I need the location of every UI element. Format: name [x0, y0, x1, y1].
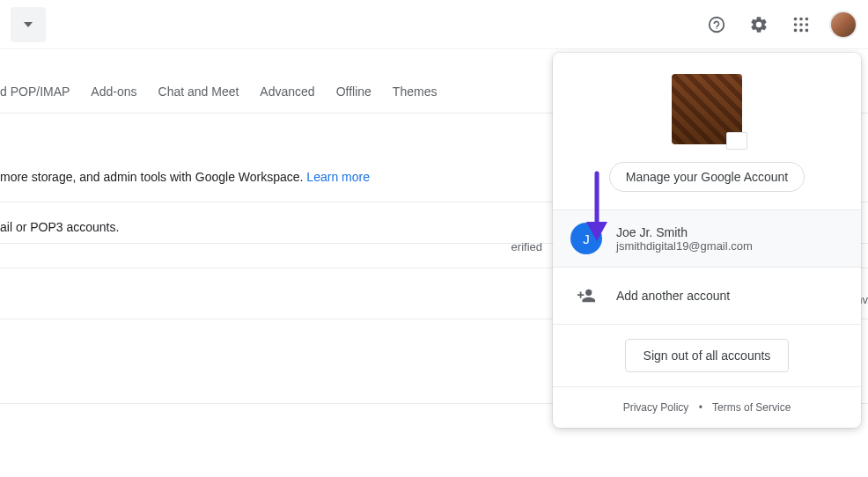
account-avatar-button[interactable]	[829, 11, 857, 39]
popover-footer: Privacy Policy • Terms of Service	[553, 386, 861, 428]
dropdown-button[interactable]	[11, 7, 46, 42]
app-header	[0, 0, 868, 49]
add-account-row[interactable]: Add another account	[553, 267, 861, 324]
apps-button[interactable]	[783, 7, 819, 42]
pop3-text: ail or POP3 accounts.	[0, 220, 119, 234]
header-right	[699, 7, 857, 42]
person-add-icon	[577, 286, 596, 305]
tab-chat-meet[interactable]: Chat and Meet	[158, 84, 239, 99]
add-person-icon-wrap	[570, 280, 602, 312]
account-name: Joe Jr. Smith	[616, 225, 753, 239]
gear-icon	[749, 15, 769, 34]
svg-point-8	[805, 28, 809, 32]
terms-link[interactable]: Terms of Service	[712, 401, 791, 414]
svg-point-0	[794, 17, 798, 20]
settings-button[interactable]	[741, 7, 776, 42]
header-left	[11, 7, 46, 42]
account-avatar-initial: J	[570, 223, 602, 254]
signout-section: Sign out of all accounts	[553, 324, 861, 386]
signout-button[interactable]: Sign out of all accounts	[625, 339, 790, 372]
tab-themes[interactable]: Themes	[393, 84, 438, 99]
footer-separator: •	[699, 401, 702, 414]
svg-point-6	[794, 28, 798, 32]
workspace-text: more storage, and admin tools with Googl…	[0, 170, 306, 184]
learn-more-link[interactable]: Learn more	[306, 170, 370, 184]
manage-account-button[interactable]: Manage your Google Account	[609, 162, 805, 192]
account-popover: Manage your Google Account J Joe Jr. Smi…	[553, 53, 861, 428]
svg-point-5	[805, 23, 809, 26]
help-button[interactable]	[699, 7, 734, 42]
popover-top: Manage your Google Account	[553, 53, 861, 209]
caret-down-icon	[24, 22, 33, 27]
avatar-camera-badge[interactable]	[726, 132, 747, 150]
tab-offline[interactable]: Offline	[336, 84, 371, 99]
svg-point-2	[805, 17, 809, 20]
tab-pop-imap[interactable]: d POP/IMAP	[0, 84, 70, 99]
account-row-joe[interactable]: J Joe Jr. Smith jsmithdigital19@gmail.co…	[553, 209, 861, 267]
svg-point-1	[799, 17, 803, 20]
svg-point-4	[799, 23, 803, 26]
help-icon	[707, 15, 726, 34]
privacy-link[interactable]: Privacy Policy	[623, 401, 689, 414]
svg-point-3	[794, 23, 798, 26]
add-account-label: Add another account	[616, 289, 730, 303]
tab-advanced[interactable]: Advanced	[260, 84, 314, 99]
tab-addons[interactable]: Add-ons	[91, 84, 136, 99]
svg-point-7	[799, 28, 803, 32]
avatar-large[interactable]	[672, 74, 742, 144]
account-info: Joe Jr. Smith jsmithdigital19@gmail.com	[616, 225, 753, 253]
apps-grid-icon	[791, 15, 811, 34]
account-email: jsmithdigital19@gmail.com	[616, 239, 753, 253]
